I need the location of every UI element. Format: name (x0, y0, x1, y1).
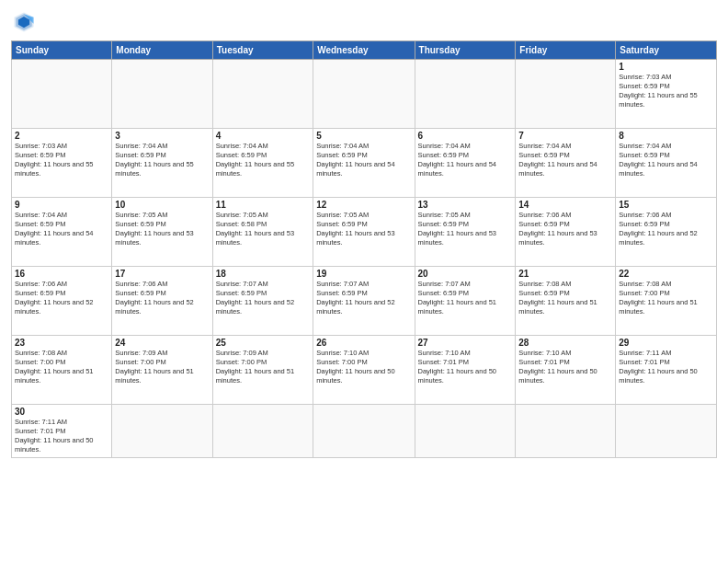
day-detail: Sunrise: 7:06 AMSunset: 6:59 PMDaylight:… (619, 211, 713, 248)
day-detail: Sunrise: 7:07 AMSunset: 6:59 PMDaylight:… (216, 280, 311, 317)
weekday-header-thursday: Thursday (415, 41, 516, 60)
calendar-cell (112, 405, 212, 458)
day-detail: Sunrise: 7:08 AMSunset: 6:59 PMDaylight:… (518, 280, 612, 317)
day-number: 17 (115, 269, 209, 279)
day-number: 1 (619, 62, 713, 72)
day-number: 6 (418, 131, 513, 141)
day-number: 13 (418, 200, 513, 210)
calendar-cell (12, 60, 112, 129)
weekday-header-monday: Monday (112, 41, 212, 60)
day-detail: Sunrise: 7:04 AMSunset: 6:59 PMDaylight:… (115, 142, 209, 179)
day-detail: Sunrise: 7:05 AMSunset: 6:59 PMDaylight:… (418, 211, 513, 248)
calendar-cell: 17Sunrise: 7:06 AMSunset: 6:59 PMDayligh… (112, 267, 212, 336)
day-detail: Sunrise: 7:04 AMSunset: 6:59 PMDaylight:… (216, 142, 311, 179)
calendar-cell: 20Sunrise: 7:07 AMSunset: 6:59 PMDayligh… (415, 267, 516, 336)
calendar-cell: 2Sunrise: 7:03 AMSunset: 6:59 PMDaylight… (12, 129, 112, 198)
logo-icon (11, 9, 37, 35)
calendar-cell: 25Sunrise: 7:09 AMSunset: 7:00 PMDayligh… (212, 336, 313, 405)
day-number: 23 (15, 338, 108, 348)
day-detail: Sunrise: 7:04 AMSunset: 6:59 PMDaylight:… (316, 142, 411, 179)
day-number: 19 (316, 269, 411, 279)
day-number: 5 (316, 131, 411, 141)
day-detail: Sunrise: 7:07 AMSunset: 6:59 PMDaylight:… (316, 280, 411, 317)
day-detail: Sunrise: 7:05 AMSunset: 6:59 PMDaylight:… (115, 211, 209, 248)
calendar-cell: 10Sunrise: 7:05 AMSunset: 6:59 PMDayligh… (112, 198, 212, 267)
weekday-header-wednesday: Wednesday (313, 41, 415, 60)
calendar-cell (415, 405, 516, 458)
day-detail: Sunrise: 7:04 AMSunset: 6:59 PMDaylight:… (418, 142, 513, 179)
day-number: 26 (316, 338, 411, 348)
header (11, 9, 717, 35)
calendar-cell: 5Sunrise: 7:04 AMSunset: 6:59 PMDaylight… (313, 129, 415, 198)
week-row-2: 2Sunrise: 7:03 AMSunset: 6:59 PMDaylight… (12, 129, 717, 198)
day-detail: Sunrise: 7:11 AMSunset: 7:01 PMDaylight:… (619, 349, 713, 386)
weekday-header-tuesday: Tuesday (212, 41, 313, 60)
day-number: 2 (15, 131, 108, 141)
calendar-cell (313, 60, 415, 129)
calendar-cell: 27Sunrise: 7:10 AMSunset: 7:01 PMDayligh… (415, 336, 516, 405)
day-detail: Sunrise: 7:04 AMSunset: 6:59 PMDaylight:… (619, 142, 713, 179)
day-number: 10 (115, 200, 209, 210)
day-detail: Sunrise: 7:10 AMSunset: 7:01 PMDaylight:… (518, 349, 612, 386)
calendar-cell: 21Sunrise: 7:08 AMSunset: 6:59 PMDayligh… (516, 267, 616, 336)
weekday-header-friday: Friday (516, 41, 616, 60)
calendar-cell: 6Sunrise: 7:04 AMSunset: 6:59 PMDaylight… (415, 129, 516, 198)
day-number: 11 (216, 200, 311, 210)
day-detail: Sunrise: 7:03 AMSunset: 6:59 PMDaylight:… (15, 142, 108, 179)
calendar-cell: 15Sunrise: 7:06 AMSunset: 6:59 PMDayligh… (616, 198, 717, 267)
day-number: 12 (316, 200, 411, 210)
day-detail: Sunrise: 7:08 AMSunset: 7:00 PMDaylight:… (15, 349, 108, 386)
calendar-table: SundayMondayTuesdayWednesdayThursdayFrid… (11, 40, 717, 458)
calendar-cell: 13Sunrise: 7:05 AMSunset: 6:59 PMDayligh… (415, 198, 516, 267)
calendar-cell (415, 60, 516, 129)
day-detail: Sunrise: 7:06 AMSunset: 6:59 PMDaylight:… (15, 280, 108, 317)
day-number: 14 (518, 200, 612, 210)
day-number: 3 (115, 131, 209, 141)
day-number: 18 (216, 269, 311, 279)
day-number: 7 (518, 131, 612, 141)
day-number: 4 (216, 131, 311, 141)
day-detail: Sunrise: 7:09 AMSunset: 7:00 PMDaylight:… (115, 349, 209, 386)
calendar-cell: 16Sunrise: 7:06 AMSunset: 6:59 PMDayligh… (12, 267, 112, 336)
day-number: 22 (619, 269, 713, 279)
day-number: 8 (619, 131, 713, 141)
calendar-cell: 14Sunrise: 7:06 AMSunset: 6:59 PMDayligh… (516, 198, 616, 267)
day-detail: Sunrise: 7:10 AMSunset: 7:01 PMDaylight:… (418, 349, 513, 386)
day-detail: Sunrise: 7:07 AMSunset: 6:59 PMDaylight:… (418, 280, 513, 317)
day-number: 25 (216, 338, 311, 348)
day-detail: Sunrise: 7:05 AMSunset: 6:59 PMDaylight:… (316, 211, 411, 248)
calendar-cell: 19Sunrise: 7:07 AMSunset: 6:59 PMDayligh… (313, 267, 415, 336)
calendar-cell: 11Sunrise: 7:05 AMSunset: 6:58 PMDayligh… (212, 198, 313, 267)
week-row-4: 16Sunrise: 7:06 AMSunset: 6:59 PMDayligh… (12, 267, 717, 336)
calendar-cell: 18Sunrise: 7:07 AMSunset: 6:59 PMDayligh… (212, 267, 313, 336)
weekday-header-saturday: Saturday (616, 41, 717, 60)
week-row-3: 9Sunrise: 7:04 AMSunset: 6:59 PMDaylight… (12, 198, 717, 267)
calendar-cell (112, 60, 212, 129)
calendar-cell: 3Sunrise: 7:04 AMSunset: 6:59 PMDaylight… (112, 129, 212, 198)
calendar-cell: 7Sunrise: 7:04 AMSunset: 6:59 PMDaylight… (516, 129, 616, 198)
calendar-cell: 4Sunrise: 7:04 AMSunset: 6:59 PMDaylight… (212, 129, 313, 198)
day-detail: Sunrise: 7:06 AMSunset: 6:59 PMDaylight:… (518, 211, 612, 248)
calendar-cell: 24Sunrise: 7:09 AMSunset: 7:00 PMDayligh… (112, 336, 212, 405)
week-row-6: 30Sunrise: 7:11 AMSunset: 7:01 PMDayligh… (12, 405, 717, 458)
logo (11, 9, 40, 35)
day-number: 16 (15, 269, 108, 279)
week-row-5: 23Sunrise: 7:08 AMSunset: 7:00 PMDayligh… (12, 336, 717, 405)
weekday-header-sunday: Sunday (12, 41, 112, 60)
day-detail: Sunrise: 7:03 AMSunset: 6:59 PMDaylight:… (619, 73, 713, 110)
day-number: 24 (115, 338, 209, 348)
calendar-cell: 1Sunrise: 7:03 AMSunset: 6:59 PMDaylight… (616, 60, 717, 129)
day-detail: Sunrise: 7:06 AMSunset: 6:59 PMDaylight:… (115, 280, 209, 317)
calendar-cell: 29Sunrise: 7:11 AMSunset: 7:01 PMDayligh… (616, 336, 717, 405)
calendar-cell (313, 405, 415, 458)
calendar-cell: 22Sunrise: 7:08 AMSunset: 7:00 PMDayligh… (616, 267, 717, 336)
calendar-cell: 26Sunrise: 7:10 AMSunset: 7:00 PMDayligh… (313, 336, 415, 405)
day-number: 27 (418, 338, 513, 348)
day-number: 21 (518, 269, 612, 279)
day-number: 28 (518, 338, 612, 348)
calendar-cell (616, 405, 717, 458)
calendar-cell (516, 60, 616, 129)
day-number: 20 (418, 269, 513, 279)
calendar-cell (212, 60, 313, 129)
day-number: 30 (15, 407, 108, 417)
